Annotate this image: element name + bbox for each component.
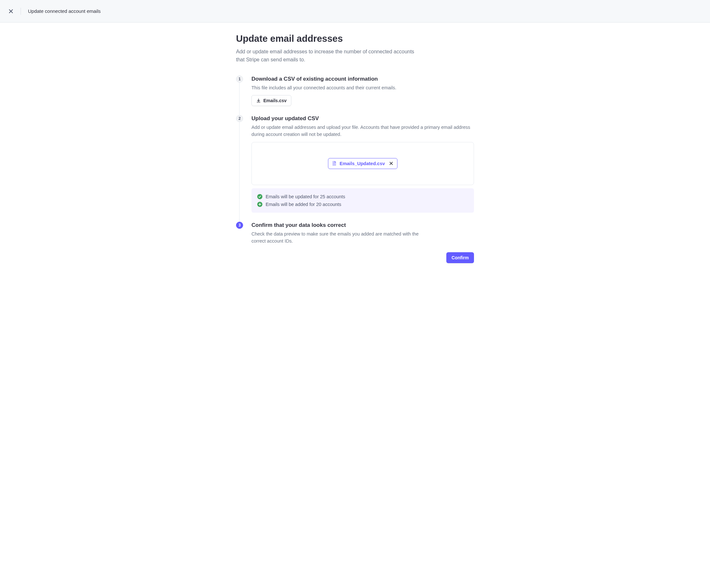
page-title: Update email addresses	[236, 33, 474, 44]
step-badge-3: 3	[236, 222, 243, 229]
uploaded-file-chip: Emails_Updated.csv	[328, 158, 398, 169]
summary-updated-text: Emails will be updated for 25 accounts	[266, 194, 345, 199]
summary-row-updated: Emails will be updated for 25 accounts	[257, 193, 468, 200]
close-icon	[9, 9, 13, 14]
step-title: Upload your updated CSV	[252, 115, 474, 122]
step-connector	[239, 82, 240, 116]
step-confirm: 3 Confirm that your data looks correct C…	[236, 222, 474, 264]
close-button[interactable]	[6, 7, 16, 16]
upload-summary-panel: Emails will be updated for 25 accounts E…	[252, 188, 474, 213]
upload-dropzone[interactable]: Emails_Updated.csv	[252, 142, 474, 185]
download-csv-button[interactable]: Emails.csv	[252, 95, 291, 106]
step-desc: Check the data preview to make sure the …	[252, 231, 419, 245]
step-desc: Add or update email addresses and upload…	[252, 124, 473, 138]
topbar-title: Update connected account emails	[28, 8, 101, 14]
step-badge-2: 2	[236, 115, 243, 122]
step-connector	[239, 122, 240, 222]
steps: 1 Download a CSV of existing account inf…	[236, 75, 474, 264]
main-content: Update email addresses Add or update ema…	[233, 23, 477, 283]
step-upload: 2 Upload your updated CSV Add or update …	[236, 115, 474, 222]
step-desc: This file includes all your connected ac…	[252, 84, 473, 92]
uploaded-file-name: Emails_Updated.csv	[339, 161, 385, 166]
step-title: Confirm that your data looks correct	[252, 222, 474, 229]
summary-row-added: Emails will be added for 20 accounts	[257, 200, 468, 208]
step-title: Download a CSV of existing account infor…	[252, 75, 474, 82]
remove-uploaded-file-button[interactable]	[388, 161, 394, 167]
summary-added-text: Emails will be added for 20 accounts	[266, 202, 341, 207]
page-subtitle: Add or update email addresses to increas…	[236, 48, 416, 64]
step-download: 1 Download a CSV of existing account inf…	[236, 75, 474, 115]
plus-circle-icon	[257, 202, 262, 207]
topbar-divider	[21, 8, 21, 15]
checkmark-circle-icon	[257, 194, 262, 199]
download-csv-label: Emails.csv	[263, 98, 286, 103]
step-actions: Confirm	[252, 252, 474, 263]
step-badge-1: 1	[236, 75, 243, 82]
file-icon	[332, 161, 336, 166]
close-icon	[389, 162, 393, 165]
download-icon	[256, 98, 261, 103]
topbar: Update connected account emails	[0, 0, 710, 23]
confirm-button[interactable]: Confirm	[446, 252, 474, 263]
